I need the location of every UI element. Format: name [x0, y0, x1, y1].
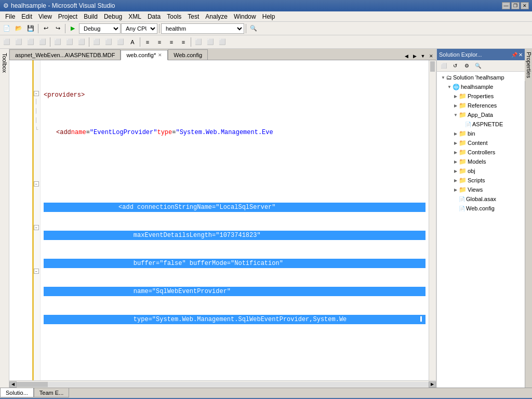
tb2-btn9[interactable]: ⬜: [103, 36, 114, 48]
se-scripts[interactable]: ▶ 📁 Scripts: [438, 176, 524, 185]
debug-config-combo[interactable]: Debug Release: [79, 23, 121, 34]
tb2-btn16[interactable]: ⬜: [193, 36, 204, 48]
menu-edit[interactable]: Edit: [18, 12, 35, 21]
menu-view[interactable]: View: [35, 12, 55, 21]
tab-aspnetdb[interactable]: aspnet_WebEven...A\ASPNETDB.MDF: [9, 49, 121, 60]
toolbox-label[interactable]: Toolbox: [2, 53, 8, 73]
tab-webconfig-star[interactable]: web.config* ✕: [121, 50, 168, 60]
editor-scrollbar[interactable]: [429, 60, 436, 380]
se-properties-expand[interactable]: ▶: [453, 93, 459, 99]
se-references-expand[interactable]: ▶: [453, 102, 459, 109]
tb2-btn4[interactable]: ⬜: [37, 36, 48, 48]
se-filter-btn[interactable]: 🔍: [472, 60, 484, 72]
restore-button[interactable]: ❐: [511, 2, 520, 9]
tab-scroll-right[interactable]: ▶: [411, 52, 418, 60]
tb2-btn11[interactable]: A: [127, 36, 138, 48]
new-project-btn[interactable]: 📄: [1, 23, 12, 34]
se-collapse-btn[interactable]: ⬜: [438, 60, 449, 72]
menu-test[interactable]: Test: [184, 12, 202, 21]
h-scroll-track[interactable]: [17, 382, 429, 387]
se-bin-expand[interactable]: ▶: [453, 130, 459, 137]
menu-data[interactable]: Data: [144, 12, 164, 21]
se-obj[interactable]: ▶ 📁 obj: [438, 166, 524, 176]
minimize-button[interactable]: —: [502, 2, 510, 9]
se-content-expand[interactable]: ▶: [453, 140, 459, 146]
h-scroll-thumb[interactable]: [17, 382, 48, 387]
se-controllers-expand[interactable]: ▶: [453, 149, 459, 155]
fold-btn-19[interactable]: −: [34, 225, 39, 230]
tb2-btn18[interactable]: ⬜: [217, 36, 228, 48]
tb2-btn5[interactable]: ⬜: [52, 36, 63, 48]
se-close-btn[interactable]: ✕: [518, 52, 523, 58]
tb2-btn6[interactable]: ⬜: [64, 36, 75, 48]
fold-btn-24[interactable]: −: [34, 269, 39, 274]
se-bin[interactable]: ▶ 📁 bin: [438, 129, 524, 138]
h-scroll-right[interactable]: ▶: [429, 381, 436, 388]
se-project[interactable]: ▼ 🌐 healhsample: [438, 82, 524, 91]
tb2-btn15[interactable]: ≡: [178, 36, 189, 48]
menu-analyze[interactable]: Analyze: [202, 12, 231, 21]
tab-scroll-left[interactable]: ◀: [403, 52, 410, 60]
tb2-btn3[interactable]: ⬜: [25, 36, 36, 48]
tab-dropdown[interactable]: ▼: [419, 52, 427, 60]
se-solution[interactable]: ▼ 🗂 Solution 'healhsamp: [438, 73, 524, 82]
tb2-btn7[interactable]: ⬜: [76, 36, 87, 48]
cpu-combo[interactable]: Any CPU x86 x64: [121, 23, 157, 34]
se-models[interactable]: ▶ 📁 Models: [438, 157, 524, 166]
se-views[interactable]: ▶ 📁 Views: [438, 185, 524, 194]
se-project-expand[interactable]: ▼: [446, 84, 453, 90]
fold-btn-14[interactable]: −: [34, 181, 39, 187]
tb2-btn17[interactable]: ⬜: [205, 36, 216, 48]
se-appdata[interactable]: ▼ 📁 App_Data: [438, 110, 524, 119]
tab-webconfig-star-close[interactable]: ✕: [158, 52, 162, 58]
menu-debug[interactable]: Debug: [101, 12, 125, 21]
se-aspnetde[interactable]: 📄 ASPNETDE: [438, 119, 524, 129]
solution-tab[interactable]: Solutio...: [0, 388, 34, 397]
close-button[interactable]: ✕: [521, 2, 529, 9]
se-props-btn[interactable]: ⚙: [461, 60, 472, 72]
tb2-btn14[interactable]: ≡: [166, 36, 177, 48]
undo-btn[interactable]: ↩: [40, 23, 51, 34]
menu-file[interactable]: File: [2, 12, 18, 21]
h-scroll-left[interactable]: ◀: [9, 381, 17, 388]
se-models-expand[interactable]: ▶: [453, 158, 459, 165]
run-btn[interactable]: ▶: [67, 23, 78, 34]
tb2-btn10[interactable]: ⬜: [115, 36, 126, 48]
h-scrollbar[interactable]: ◀ ▶: [9, 380, 436, 388]
se-pin-btn[interactable]: 📌: [511, 52, 517, 58]
team-explorer-tab[interactable]: Team E...: [34, 388, 69, 397]
menu-build[interactable]: Build: [81, 12, 101, 21]
se-obj-expand[interactable]: ▶: [453, 168, 459, 174]
redo-btn[interactable]: ↪: [52, 23, 63, 34]
fold-btn-4[interactable]: −: [34, 91, 39, 96]
health-combo[interactable]: healthm: [161, 23, 244, 34]
se-references[interactable]: ▶ 📁 References: [438, 101, 524, 110]
menu-window[interactable]: Window: [231, 12, 259, 21]
code-editor[interactable]: − │ │ │ └ − − −: [9, 60, 436, 380]
tb2-btn8[interactable]: ⬜: [91, 36, 102, 48]
code-content[interactable]: <providers> <add name="EventLogProvider"…: [41, 60, 429, 380]
save-btn[interactable]: 💾: [25, 23, 36, 34]
open-btn[interactable]: 📂: [13, 23, 24, 34]
menu-project[interactable]: Project: [55, 12, 81, 21]
scrollbar-thumb[interactable]: [430, 61, 435, 72]
menu-xml[interactable]: XML: [125, 12, 144, 21]
menu-help[interactable]: Help: [259, 12, 278, 21]
se-views-expand[interactable]: ▶: [453, 187, 459, 193]
se-appdata-expand[interactable]: ▼: [453, 112, 459, 118]
se-refresh-btn[interactable]: ↺: [449, 60, 461, 72]
se-web-config[interactable]: 📄 Web.config: [438, 204, 524, 213]
se-properties[interactable]: ▶ 📁 Properties: [438, 91, 524, 101]
menu-tools[interactable]: Tools: [164, 12, 184, 21]
tab-close-all[interactable]: ✕: [428, 52, 435, 60]
se-solution-expand[interactable]: ▼: [440, 74, 446, 81]
se-scripts-expand[interactable]: ▶: [453, 177, 459, 183]
tb2-btn2[interactable]: ⬜: [13, 36, 24, 48]
tb2-btn12[interactable]: ≡: [142, 36, 153, 48]
se-global-asax[interactable]: 📄 Global.asax: [438, 194, 524, 204]
search-btn[interactable]: 🔍: [248, 23, 259, 34]
tb2-btn13[interactable]: ≡: [154, 36, 165, 48]
properties-tab[interactable]: Properties: [525, 49, 533, 81]
tb2-btn1[interactable]: ⬜: [1, 36, 12, 48]
tab-webconfig[interactable]: Web.config: [168, 49, 208, 60]
